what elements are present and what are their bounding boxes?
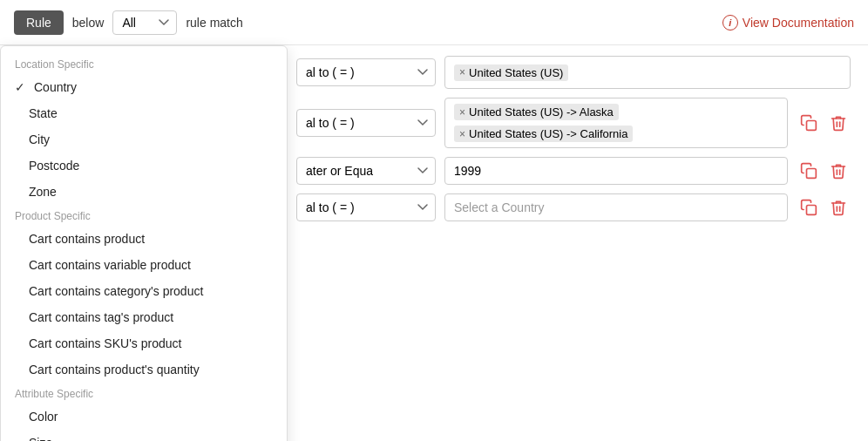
condition-select-1[interactable]: al to ( = ) not equal to greater than [296, 58, 436, 86]
copy-button-2[interactable] [797, 111, 821, 135]
row-actions-3 [797, 159, 851, 183]
dropdown-item-cart-variable[interactable]: Cart contains variable product [1, 252, 287, 278]
dropdown-item-country[interactable]: ✓ Country [1, 74, 287, 100]
tag-us: × United States (US) [454, 64, 568, 81]
trash-icon [830, 114, 847, 132]
rule-row: al to ( = ) not equal to × United States… [296, 98, 851, 148]
condition-select-3[interactable]: ater or Equa less than equal to [296, 157, 436, 185]
dropdown-item-cart-quantity[interactable]: Cart contains product's quantity [1, 356, 287, 383]
row-actions-2 [797, 111, 851, 135]
delete-button-4[interactable] [826, 195, 851, 220]
rule-button[interactable]: Rule [14, 10, 64, 35]
dropdown-item-color[interactable]: Color [1, 404, 287, 430]
dropdown-item-postcode[interactable]: Postcode [1, 153, 287, 179]
copy-icon [800, 199, 817, 216]
copy-button-4[interactable] [797, 195, 821, 220]
trash-icon [830, 162, 847, 180]
copy-icon [800, 114, 817, 132]
text-input-3[interactable] [444, 157, 788, 185]
svg-rect-1 [807, 169, 817, 179]
view-documentation-button[interactable]: i View Documentation [722, 15, 854, 31]
row-actions-4 [797, 195, 851, 220]
checkmark-icon: ✓ [15, 80, 25, 94]
dropdown-item-cart-category[interactable]: Cart contains category's product [1, 278, 287, 304]
tag-us-alaska: × United States (US) -> Alaska [454, 104, 619, 120]
dropdown-item-cart-tag[interactable]: Cart contains tag's product [1, 304, 287, 330]
dropdown-item-size[interactable]: Size [1, 430, 287, 441]
dropdown-item-cart-product[interactable]: Cart contains product [1, 226, 287, 252]
rule-row: al to ( = ) not equal to greater than × … [296, 56, 851, 89]
rule-match-label: rule match [186, 16, 242, 30]
below-select[interactable]: All Any None [112, 10, 177, 35]
dropdown-menu: Location Specific ✓ Country State City P… [0, 45, 288, 441]
location-specific-group-label: Location Specific [1, 53, 287, 74]
tag-us-california: × United States (US) -> California [454, 126, 633, 142]
select-country-input[interactable] [444, 193, 788, 221]
dropdown-item-city[interactable]: City [1, 126, 287, 153]
attribute-specific-group-label: Attribute Specific [1, 383, 287, 404]
delete-button-2[interactable] [826, 111, 851, 135]
copy-button-3[interactable] [797, 159, 821, 183]
top-bar: Rule below All Any None rule match i Vie… [0, 0, 868, 45]
rule-row: ater or Equa less than equal to [296, 157, 851, 185]
below-label: below [72, 16, 105, 30]
svg-rect-2 [807, 206, 817, 215]
view-doc-label: View Documentation [743, 16, 854, 30]
delete-button-3[interactable] [826, 159, 851, 183]
dropdown-item-zone[interactable]: Zone [1, 179, 287, 205]
trash-icon [830, 199, 847, 216]
rule-row: al to ( = ) not equal to [296, 193, 851, 221]
condition-select-2[interactable]: al to ( = ) not equal to [296, 109, 436, 137]
condition-select-4[interactable]: al to ( = ) not equal to [296, 193, 436, 221]
svg-rect-0 [807, 121, 817, 131]
tag-input-1[interactable]: × United States (US) [444, 56, 851, 89]
product-specific-group-label: Product Specific [1, 205, 287, 226]
dropdown-item-state[interactable]: State [1, 100, 287, 126]
dropdown-item-cart-sku[interactable]: Cart contains SKU's product [1, 330, 287, 356]
copy-icon [800, 162, 817, 180]
tag-input-2[interactable]: × United States (US) -> Alaska × United … [444, 98, 788, 148]
info-icon: i [722, 15, 738, 31]
